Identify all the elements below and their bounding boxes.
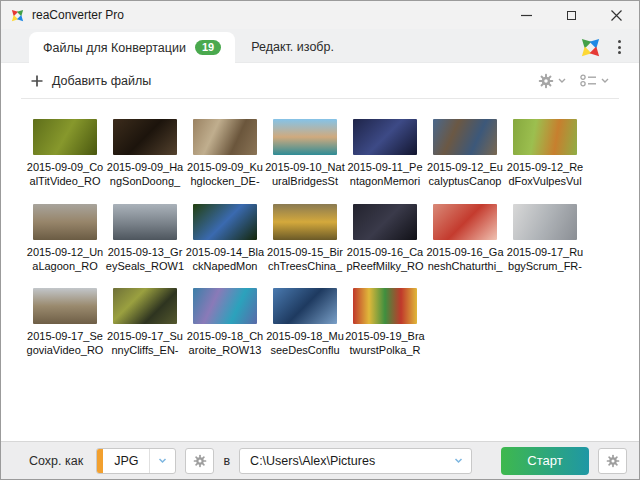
tab-bar-right xyxy=(579,36,639,64)
file-item[interactable]: 2015-09-16_CapReefMilky_RO xyxy=(345,204,425,274)
chevron-down-icon xyxy=(158,458,167,464)
add-files-label: Добавить файлы xyxy=(52,74,151,88)
file-item[interactable]: 2015-09-18_Charoite_ROW13 xyxy=(185,288,265,358)
file-name: 2015-09-14_BlackNapedMon xyxy=(185,245,265,274)
file-item[interactable]: 2015-09-17_SegoviaVideo_RO xyxy=(25,288,105,358)
file-thumbnail xyxy=(193,288,257,324)
list-settings-button[interactable] xyxy=(538,73,566,89)
file-item[interactable]: 2015-09-17_RubgyScrum_FR- xyxy=(505,204,585,274)
file-item[interactable]: 2015-09-18_MuseeDesConflu xyxy=(265,288,345,358)
file-item[interactable]: 2015-09-09_Kuhglocken_DE- xyxy=(185,119,265,189)
output-format-select[interactable]: JPG xyxy=(96,448,176,474)
title-bar: reaConverter Pro xyxy=(1,1,639,29)
file-thumbnail xyxy=(353,204,417,240)
file-thumbnail xyxy=(113,288,177,324)
file-name: 2015-09-17_RubgyScrum_FR- xyxy=(505,245,585,274)
window-title: reaConverter Pro xyxy=(32,8,124,22)
file-item[interactable]: 2015-09-17_SunnyCliffs_EN- xyxy=(105,288,185,358)
file-name: 2015-09-12_EucalyptusCanop xyxy=(425,160,505,189)
brand-pinwheel-icon xyxy=(579,36,602,59)
thumbnail-list-icon xyxy=(580,74,597,87)
output-path-select[interactable]: C:\Users\Alex\Pictures xyxy=(239,448,472,474)
output-path-value: C:\Users\Alex\Pictures xyxy=(240,449,446,473)
file-name: 2015-09-17_SegoviaVideo_RO xyxy=(25,329,105,358)
file-thumbnail xyxy=(33,204,97,240)
file-thumbnail xyxy=(273,204,337,240)
toolbar-right-icons xyxy=(538,73,609,89)
file-name: 2015-09-16_GaneshChaturthi_ xyxy=(425,245,505,274)
add-files-button[interactable]: Добавить файлы xyxy=(31,74,151,88)
minimize-button[interactable] xyxy=(504,1,549,29)
chevron-down-icon xyxy=(454,458,463,464)
file-name: 2015-09-13_GreySeals_ROW1 xyxy=(105,245,185,274)
file-item[interactable]: 2015-09-14_BlackNapedMon xyxy=(185,204,265,274)
file-item[interactable]: 2015-09-10_NaturalBridgesSt xyxy=(265,119,345,189)
kebab-dot xyxy=(618,46,621,49)
file-thumbnail xyxy=(33,288,97,324)
file-item[interactable]: 2015-09-12_RedFoxVulpesVul xyxy=(505,119,585,189)
file-name: 2015-09-11_PentagonMemori xyxy=(345,160,425,189)
file-thumbnail xyxy=(513,119,577,155)
gear-icon xyxy=(606,454,620,468)
start-button[interactable]: Старт xyxy=(501,447,589,475)
file-item[interactable]: 2015-09-16_GaneshChaturthi_ xyxy=(425,204,505,274)
save-as-label: Сохр. как xyxy=(29,454,83,468)
file-thumbnail xyxy=(433,119,497,155)
file-item[interactable]: 2015-09-11_PentagonMemori xyxy=(345,119,425,189)
minimize-icon xyxy=(521,10,532,21)
file-name: 2015-09-18_MuseeDesConflu xyxy=(265,329,345,358)
gear-icon xyxy=(538,73,554,89)
gear-icon xyxy=(193,454,207,468)
plus-icon xyxy=(31,75,43,87)
file-thumbnail xyxy=(513,204,577,240)
file-item[interactable]: 2015-09-12_EucalyptusCanop xyxy=(425,119,505,189)
kebab-dot xyxy=(618,51,621,54)
file-thumbnail xyxy=(273,288,337,324)
app-window: reaConverter Pro Файлы для Конвертации 1… xyxy=(0,0,640,480)
conversion-bar: Сохр. как JPG в C:\Users\Alex\Pictures xyxy=(1,441,639,479)
file-name: 2015-09-09_Kuhglocken_DE- xyxy=(185,160,265,189)
tab-label: Редакт. изобр. xyxy=(251,40,334,54)
maximize-icon xyxy=(567,11,576,20)
file-item[interactable]: 2015-09-12_UnaLagoon_RO xyxy=(25,204,105,274)
file-count-badge: 19 xyxy=(195,40,221,55)
file-thumbnail xyxy=(193,204,257,240)
file-name: 2015-09-16_CapReefMilky_RO xyxy=(345,245,425,274)
file-thumbnail xyxy=(353,288,417,324)
output-format-value: JPG xyxy=(103,449,149,473)
menu-kebab-button[interactable] xyxy=(612,36,627,58)
toolbar: Добавить файлы xyxy=(21,63,619,99)
file-grid: 2015-09-09_CoalTitVideo_RO 2015-09-09_Ha… xyxy=(1,99,639,441)
file-name: 2015-09-10_NaturalBridgesSt xyxy=(265,160,345,189)
file-item[interactable]: 2015-09-09_HangSonDoong_ xyxy=(105,119,185,189)
window-controls xyxy=(504,1,639,29)
maximize-button[interactable] xyxy=(549,1,594,29)
file-name: 2015-09-19_BratwurstPolka_R xyxy=(345,329,425,358)
file-item[interactable]: 2015-09-09_CoalTitVideo_RO xyxy=(25,119,105,189)
view-mode-button[interactable] xyxy=(580,74,609,87)
tab-files-for-conversion[interactable]: Файлы для Конвертации 19 xyxy=(29,32,235,63)
file-name: 2015-09-09_CoalTitVideo_RO xyxy=(25,160,105,189)
file-thumbnail xyxy=(273,119,337,155)
tab-edit-images[interactable]: Редакт. изобр. xyxy=(235,31,350,62)
in-label: в xyxy=(223,454,230,468)
format-settings-button[interactable] xyxy=(185,448,214,474)
close-icon xyxy=(611,10,622,21)
file-item[interactable]: 2015-09-13_GreySeals_ROW1 xyxy=(105,204,185,274)
file-thumbnail xyxy=(433,204,497,240)
file-name: 2015-09-17_SunnyCliffs_EN- xyxy=(105,329,185,358)
kebab-dot xyxy=(618,40,621,43)
file-thumbnail xyxy=(193,119,257,155)
tab-label: Файлы для Конвертации xyxy=(43,41,186,55)
tab-bar: Файлы для Конвертации 19 Редакт. изобр. xyxy=(1,29,639,63)
chevron-down-icon xyxy=(601,78,609,84)
file-name: 2015-09-12_RedFoxVulpesVul xyxy=(505,160,585,189)
file-name: 2015-09-15_BirchTreesChina_ xyxy=(265,245,345,274)
file-thumbnail xyxy=(33,119,97,155)
advanced-settings-button[interactable] xyxy=(598,448,627,474)
file-thumbnail xyxy=(353,119,417,155)
file-thumbnail xyxy=(113,119,177,155)
close-button[interactable] xyxy=(594,1,639,29)
file-item[interactable]: 2015-09-15_BirchTreesChina_ xyxy=(265,204,345,274)
file-item[interactable]: 2015-09-19_BratwurstPolka_R xyxy=(345,288,425,358)
